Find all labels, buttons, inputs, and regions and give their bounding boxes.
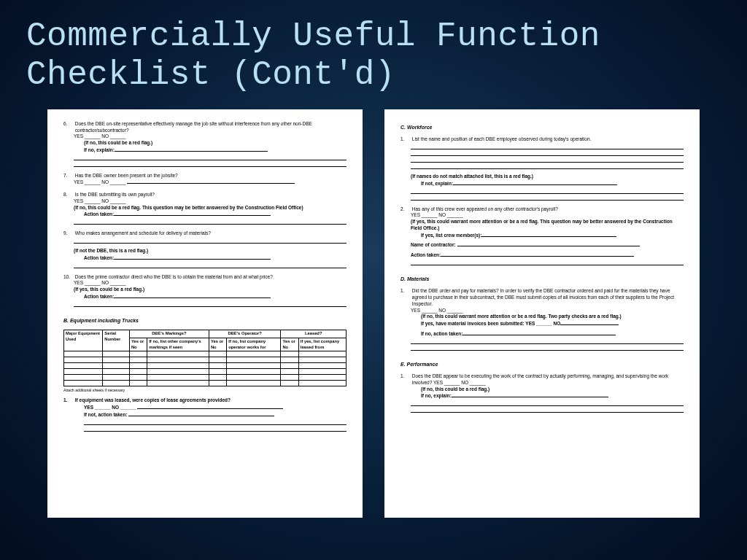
blank-line xyxy=(411,400,684,406)
q9-num: 9. xyxy=(63,230,74,237)
q7: 7. Has the DBE owner been present on the… xyxy=(63,173,347,187)
q10: 10. Does the prime contractor direct who… xyxy=(63,274,347,307)
blank-line xyxy=(411,194,684,201)
qB1-text: If equipment was leased, were copies of … xyxy=(75,397,347,404)
slide: Commercially Useful Function Checklist (… xyxy=(0,0,747,560)
qC2-name-contractor: Name of contractor: xyxy=(400,241,684,249)
section-b-header: B. Equipment including Trucks xyxy=(63,317,347,324)
table-row xyxy=(64,381,347,386)
page-left: 6. Does the DBE on-site representative e… xyxy=(47,109,363,518)
qC1-text: List the name and position of each DBE e… xyxy=(412,136,684,143)
q8-action: Action taken: xyxy=(63,211,347,218)
qC2-num: 2. xyxy=(400,206,411,213)
q6-text: Does the DBE on-site representative effe… xyxy=(75,121,347,134)
q8: 8. Is the DBE submitting its own payroll… xyxy=(63,192,347,225)
qD1-text: Did the DBE order and pay for materials?… xyxy=(412,288,684,307)
qD1-flag: (If no, this could warrant more attentio… xyxy=(400,314,684,320)
q8-text: Is the DBE submitting its own payroll? xyxy=(75,192,347,198)
qD1-num: 1. xyxy=(400,288,411,295)
blank-line xyxy=(560,320,619,325)
qC2-crew: If yes, list crew member(s): xyxy=(400,232,684,239)
blank-line xyxy=(411,149,684,156)
q8-num: 8. xyxy=(63,192,74,198)
qE1-flag: (If no, this could be a red flag.) xyxy=(400,386,684,393)
table-row xyxy=(64,369,347,375)
q8-flag: (If no, this could be a red flag. This q… xyxy=(63,205,347,211)
qE1-text: Does the DBE appear to be executing the … xyxy=(412,373,684,386)
blank-line xyxy=(481,232,616,237)
attach-note: Attach additional sheets if necessary xyxy=(63,388,347,393)
blank-line xyxy=(74,218,347,225)
blank-line xyxy=(411,259,684,265)
q6-yn: YES ______ NO ______ xyxy=(63,133,347,140)
blank-line xyxy=(411,338,684,344)
blank-line xyxy=(128,411,274,416)
slide-title: Commercially Useful Function Checklist (… xyxy=(26,18,721,95)
qC2-yn: YES ______ NO ______ xyxy=(400,212,684,219)
blank-line xyxy=(137,404,283,409)
section-c-header: C. Workforce xyxy=(400,124,684,131)
table-row xyxy=(64,363,347,369)
section-e-header: E. Performance xyxy=(400,361,684,368)
qC1: 1. List the name and position of each DB… xyxy=(400,136,684,200)
blank-line xyxy=(127,179,295,184)
blank-line xyxy=(452,392,608,397)
qC2-flag: (If yes, this could warrant more attenti… xyxy=(400,219,684,232)
blank-line xyxy=(411,187,684,194)
q6-num: 6. xyxy=(63,121,74,128)
blank-line xyxy=(457,241,640,246)
blank-line xyxy=(441,252,634,257)
qB1: 1. If equipment was leased, were copies … xyxy=(63,397,347,431)
blank-line xyxy=(411,143,684,149)
q7-text: Has the DBE owner been present on the jo… xyxy=(75,173,347,179)
qC2: 2. Has any of this crew ever appeared on… xyxy=(400,206,684,265)
blank-line xyxy=(114,254,271,260)
blank-line xyxy=(411,406,684,413)
qB1-action: If not, action taken: xyxy=(63,411,347,419)
q9-action: Action taken: xyxy=(63,254,347,262)
blank-line xyxy=(84,419,347,425)
equipment-table: Major Equipment Used Serial Number DBE's… xyxy=(63,330,347,386)
qE1-num: 1. xyxy=(400,373,411,380)
blank-line xyxy=(115,147,268,152)
page-right: C. Workforce 1. List the name and positi… xyxy=(384,109,700,518)
q9-flag: (If not the DBE, this is a red flag.) xyxy=(63,248,347,254)
blank-line xyxy=(74,154,347,160)
qD1: 1. Did the DBE order and pay for materia… xyxy=(400,288,684,350)
qB1-yn: YES ______ NO ______ xyxy=(63,404,347,411)
table-row xyxy=(64,357,347,363)
q8-yn: YES ______ NO ______ xyxy=(63,198,347,205)
q10-text: Does the prime contractor direct who the… xyxy=(75,274,347,281)
q10-num: 10. xyxy=(63,274,74,281)
section-d-header: D. Materials xyxy=(400,276,684,282)
table-row xyxy=(64,351,347,357)
blank-line xyxy=(462,330,616,335)
qB1-num: 1. xyxy=(63,397,74,404)
blank-line xyxy=(74,237,347,244)
qE1-explain: If no, explain: xyxy=(400,392,684,400)
qD1-action: If no, action taken: xyxy=(400,330,684,338)
q9: 9. Who makes arrangement and schedule fo… xyxy=(63,230,347,268)
qC1-num: 1. xyxy=(400,136,411,143)
qC2-action: Action taken: xyxy=(400,252,684,259)
equipment-table-body xyxy=(64,351,347,386)
blank-line xyxy=(411,163,684,169)
qD1-yn: YES ______ NO ______ xyxy=(400,308,684,314)
q6-explain: If no, explain: xyxy=(63,147,347,154)
q10-action: Action taken: xyxy=(63,293,347,300)
qC1-explain: If not, explain: xyxy=(400,180,684,187)
blank-line xyxy=(114,293,271,298)
blank-line xyxy=(84,425,347,432)
q10-flag: (If yes, this could be a red flag.) xyxy=(63,287,347,293)
qC2-text: Has any of this crew ever appeared on an… xyxy=(412,206,684,213)
q7-num: 7. xyxy=(63,173,74,179)
q7-yn: YES ______ NO ______ xyxy=(63,179,347,186)
blank-line xyxy=(74,262,347,268)
q6-flag: (If no, this could be a red flag.) xyxy=(63,140,347,147)
q9-text: Who makes arrangement and schedule for d… xyxy=(75,230,347,237)
table-group-row: Major Equipment Used Serial Number DBE's… xyxy=(64,330,347,338)
blank-line xyxy=(74,160,347,167)
blank-line xyxy=(453,180,617,185)
q10-yn: YES ______ NO ______ xyxy=(63,280,347,287)
blank-line xyxy=(114,211,271,216)
